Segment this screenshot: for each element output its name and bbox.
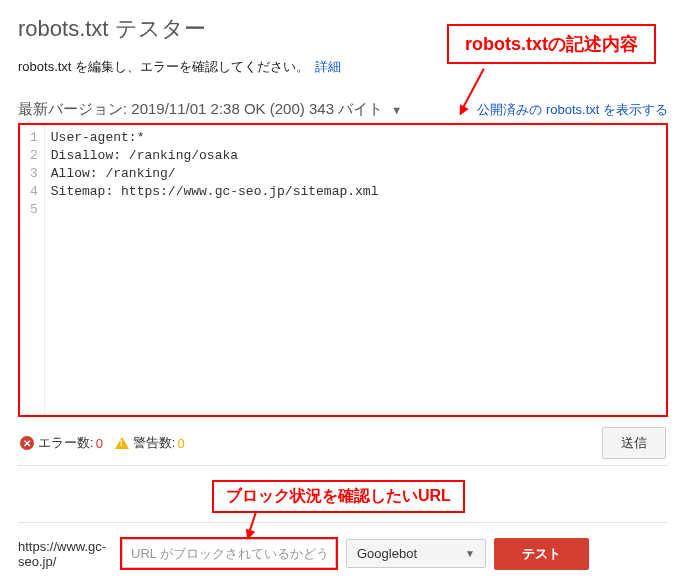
domain-prefix: https://www.gc-seo.jp/ bbox=[18, 539, 112, 569]
version-text: 最新バージョン: 2019/11/01 2:38 OK (200) 343 バイ… bbox=[18, 100, 469, 119]
version-dropdown-caret-icon[interactable]: ▼ bbox=[391, 104, 402, 116]
code-line: User-agent:* bbox=[51, 129, 660, 147]
send-button[interactable]: 送信 bbox=[602, 427, 666, 459]
error-icon: ✕ bbox=[20, 436, 34, 450]
editor-container: 12345 User-agent:* Disallow: /ranking/os… bbox=[18, 123, 668, 417]
annotation-callout-url: ブロック状況を確認したいURL bbox=[212, 480, 465, 513]
code-line: Allow: /ranking/ bbox=[51, 165, 660, 183]
detail-link[interactable]: 詳細 bbox=[315, 59, 341, 74]
status-row: ✕ エラー数: 0 警告数: 0 送信 bbox=[18, 417, 668, 466]
code-area[interactable]: User-agent:* Disallow: /ranking/osaka Al… bbox=[45, 125, 666, 415]
warning-label: 警告数: bbox=[133, 434, 176, 452]
url-input[interactable] bbox=[122, 539, 336, 568]
warning-icon bbox=[115, 437, 129, 449]
bot-selected-label: Googlebot bbox=[357, 546, 417, 561]
version-label: 最新バージョン: 2019/11/01 2:38 OK (200) 343 バイ… bbox=[18, 100, 383, 117]
code-line: Sitemap: https://www.gc-seo.jp/sitemap.x… bbox=[51, 183, 660, 201]
warning-count: 0 bbox=[177, 436, 184, 451]
test-button[interactable]: テスト bbox=[494, 538, 589, 570]
annotation-callout-content: robots.txtの記述内容 bbox=[447, 24, 656, 64]
robots-editor[interactable]: 12345 User-agent:* Disallow: /ranking/os… bbox=[20, 125, 666, 415]
code-line: Disallow: /ranking/osaka bbox=[51, 147, 660, 165]
chevron-down-icon: ▼ bbox=[465, 548, 475, 559]
error-count: 0 bbox=[96, 436, 103, 451]
error-label: エラー数: bbox=[38, 434, 94, 452]
show-published-link[interactable]: 公開済みの robots.txt を表示する bbox=[477, 101, 668, 119]
test-row: https://www.gc-seo.jp/ Googlebot ▼ テスト bbox=[18, 522, 668, 570]
bot-select[interactable]: Googlebot ▼ bbox=[346, 539, 486, 568]
url-input-highlight bbox=[120, 537, 338, 570]
line-gutter: 12345 bbox=[20, 125, 45, 415]
instruction-label: robots.txt を編集し、エラーを確認してください。 bbox=[18, 59, 309, 74]
